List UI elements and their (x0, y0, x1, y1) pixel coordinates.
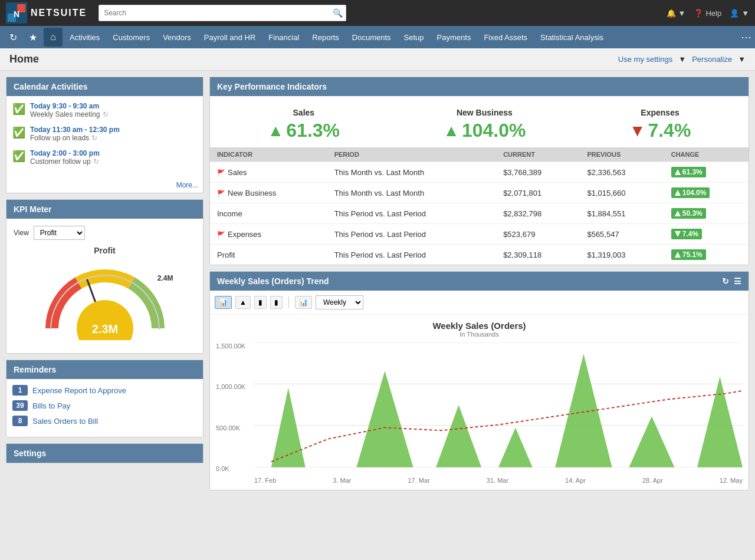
menu-fixed-assets[interactable]: Fixed Assets (478, 29, 533, 45)
chart-area-btn[interactable]: ▲ (235, 296, 251, 309)
x-label-2: 3. Mar (333, 477, 351, 484)
menu-setup[interactable]: Setup (398, 29, 430, 45)
reminder-3: 8 Sales Orders to Bill (12, 416, 197, 426)
x-label-1: 17. Feb (254, 477, 276, 484)
gauge-max-label: 2.4M (157, 274, 173, 282)
row-indicator: 🚩New Business (210, 183, 327, 203)
kpi-view-row: View Profit Sales Expenses (14, 226, 196, 240)
menu-reports[interactable]: Reports (306, 29, 345, 45)
chart-title-area: Weekly Sales (Orders) In Thousands (216, 321, 743, 338)
left-panel: Calendar Activities ✅ Today 9:30 - 9:30 … (6, 77, 203, 490)
newbiz-pct: 104.0% (462, 120, 526, 141)
col-change: CHANGE (664, 147, 749, 162)
chart-line-btn[interactable]: 📊 (215, 296, 232, 309)
calendar-title: Calendar Activities (14, 82, 88, 91)
chart-bar-btn[interactable]: ▮ (254, 296, 267, 309)
reminders-header: Reminders (6, 360, 203, 379)
main-content: Calendar Activities ✅ Today 9:30 - 9:30 … (0, 71, 755, 496)
row-previous: $1,319,003 (580, 245, 664, 265)
cal-time-3[interactable]: Today 2:00 - 3:00 pm (30, 149, 100, 157)
row-current: $2,071,801 (496, 183, 580, 203)
personalize-btn[interactable]: Personalize (692, 55, 732, 64)
flag-icon: 🚩 (217, 190, 225, 197)
change-badge: 50.3% (671, 208, 706, 219)
history-btn[interactable]: ↻ (4, 28, 22, 47)
help-btn[interactable]: ❓ Help (694, 9, 721, 18)
trend-header: Weekly Sales (Orders) Trend ↻ ☰ (210, 272, 749, 291)
cal-desc-2: Follow up on leads ↻ (30, 134, 120, 142)
kpi-header: Key Performance Indicators (210, 77, 749, 96)
kpi-top-metrics: Sales ▲ 61.3% New Business ▲ 104.0% Expe… (210, 96, 749, 147)
gauge-container: 2.4M (34, 258, 176, 346)
chart-y-labels: 1,500.00K 1,000.00K 500.00K 0.0K (216, 342, 251, 472)
favorites-btn[interactable]: ★ (24, 28, 42, 47)
personalize-dropdown-icon: ▼ (738, 55, 746, 64)
row-previous: $1,884,551 (580, 203, 664, 224)
check-icon-1: ✅ (12, 103, 25, 118)
cal-time-1[interactable]: Today 9:30 - 9:30 am (30, 102, 109, 110)
x-label-4: 31. Mar (487, 477, 508, 484)
sales-pct: 61.3% (286, 120, 340, 141)
user-btn[interactable]: 👤 ▼ (730, 9, 749, 18)
reminder-label-1[interactable]: Expense Report to Approve (32, 386, 126, 395)
user-dropdown-icon: ▼ (741, 9, 749, 18)
kpi-sales-metric: Sales ▲ 61.3% (268, 108, 340, 141)
newbiz-arrow-icon: ▲ (443, 121, 459, 140)
search-input[interactable] (99, 5, 346, 21)
col-previous: PREVIOUS (580, 147, 664, 162)
row-change: 75.1% (664, 245, 749, 265)
more-link[interactable]: More... (6, 179, 203, 193)
period-select[interactable]: Weekly Monthly (316, 295, 363, 309)
menu-vendors[interactable]: Vendors (157, 29, 197, 45)
trend-controls: 📊 ▲ ▮ ▮ 📊 Weekly Monthly (210, 291, 749, 315)
svg-marker-10 (675, 190, 681, 196)
chart-type2-btn[interactable]: 📊 (295, 296, 312, 309)
menu-statistical[interactable]: Statistical Analysis (534, 29, 609, 45)
row-period: This Period vs. Last Period (327, 203, 496, 224)
y-label-3: 1,000.00K (216, 383, 251, 390)
menu-icon[interactable]: ☰ (734, 276, 741, 286)
row-change: 61.3% (664, 162, 749, 183)
row-previous: $565,547 (580, 224, 664, 245)
menu-activities[interactable]: Activities (64, 29, 106, 45)
cal-desc-3: Customer follow up ↻ (30, 157, 100, 166)
kpi-table: INDICATOR PERIOD CURRENT PREVIOUS CHANGE… (210, 147, 749, 265)
kpi-card: Key Performance Indicators Sales ▲ 61.3%… (209, 77, 749, 265)
use-my-settings-btn[interactable]: Use my settings (618, 55, 672, 64)
reminders-card: Reminders 1 Expense Report to Approve 39… (6, 360, 203, 437)
kpi-meter-header: KPI Meter (6, 200, 203, 219)
reminder-label-3[interactable]: Sales Orders to Bill (32, 417, 98, 426)
row-period: This Month vs. Last Month (327, 183, 496, 203)
table-row: 🚩New Business This Month vs. Last Month … (210, 183, 749, 203)
menu-payroll[interactable]: Payroll and HR (198, 29, 261, 45)
svg-marker-20 (436, 405, 481, 467)
page-header-right: Use my settings ▼ Personalize ▼ (618, 55, 746, 64)
search-bar[interactable]: 🔍 (99, 5, 346, 21)
home-btn[interactable]: ⌂ (44, 28, 63, 47)
row-current: $2,309,118 (496, 245, 580, 265)
row-indicator: 🚩Sales (210, 162, 327, 183)
calendar-body: ✅ Today 9:30 - 9:30 am Weekly Sales meet… (6, 96, 203, 179)
check-icon-2: ✅ (12, 126, 25, 142)
svg-marker-11 (675, 210, 681, 216)
x-label-7: 12. May (720, 477, 743, 484)
kpi-expenses-metric: Expenses ▼ 7.4% (629, 108, 691, 141)
menu-documents[interactable]: Documents (346, 29, 397, 45)
sales-arrow-icon: ▲ (268, 121, 284, 140)
right-panel: Key Performance Indicators Sales ▲ 61.3%… (209, 77, 749, 490)
chart-column-btn[interactable]: ▮ (270, 296, 283, 309)
kpi-view-select[interactable]: Profit Sales Expenses (34, 226, 85, 240)
cal-time-2[interactable]: Today 11:30 am - 12:30 pm (30, 126, 120, 134)
menu-more-btn[interactable]: ⋯ (741, 31, 751, 44)
refresh-icon[interactable]: ↻ (722, 276, 729, 286)
svg-text:N: N (14, 9, 19, 19)
menu-customers[interactable]: Customers (107, 29, 156, 45)
notifications-btn[interactable]: 🔔 ▼ (667, 9, 686, 18)
kpi-newbiz-metric: New Business ▲ 104.0% (443, 108, 526, 141)
svg-marker-13 (675, 252, 681, 258)
menu-payments[interactable]: Payments (431, 29, 477, 45)
reminder-label-2[interactable]: Bills to Pay (32, 401, 70, 410)
reminders-body: 1 Expense Report to Approve 39 Bills to … (6, 379, 203, 437)
menu-financial[interactable]: Financial (262, 29, 305, 45)
y-label-2: 500.00K (216, 424, 251, 431)
